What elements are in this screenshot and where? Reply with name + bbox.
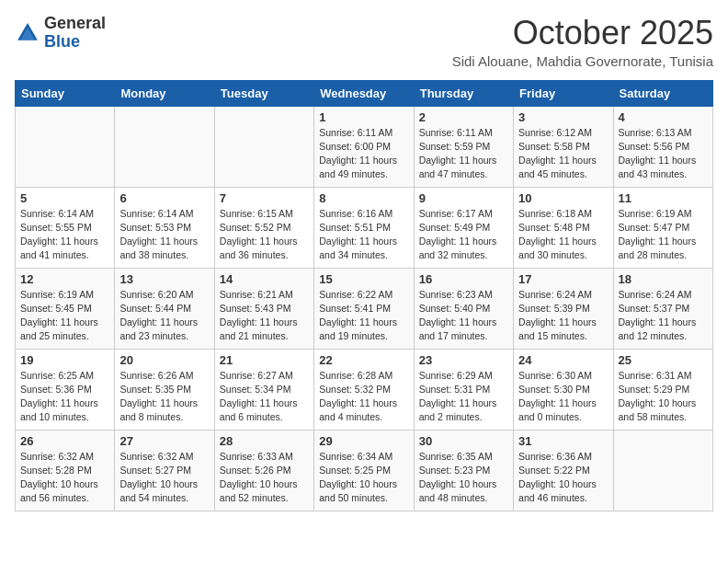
day-info: Sunrise: 6:24 AMSunset: 5:39 PMDaylight:… (518, 288, 608, 344)
calendar-header: Sunday Monday Tuesday Wednesday Thursday… (16, 80, 713, 106)
calendar-cell: 6Sunrise: 6:14 AMSunset: 5:53 PMDaylight… (115, 187, 214, 268)
day-number: 17 (518, 272, 608, 286)
day-info: Sunrise: 6:25 AMSunset: 5:36 PMDaylight:… (20, 369, 109, 425)
day-number: 2 (419, 110, 508, 124)
calendar-week-2: 5Sunrise: 6:14 AMSunset: 5:55 PMDaylight… (16, 187, 713, 268)
calendar-cell: 13Sunrise: 6:20 AMSunset: 5:44 PMDayligh… (115, 268, 214, 349)
header-sunday: Sunday (16, 80, 115, 106)
header-friday: Friday (514, 80, 613, 106)
calendar-cell: 30Sunrise: 6:35 AMSunset: 5:23 PMDayligh… (414, 430, 513, 511)
calendar-cell: 14Sunrise: 6:21 AMSunset: 5:43 PMDayligh… (214, 268, 313, 349)
day-number: 24 (518, 353, 608, 367)
calendar-cell: 21Sunrise: 6:27 AMSunset: 5:34 PMDayligh… (214, 349, 313, 430)
day-info: Sunrise: 6:15 AMSunset: 5:52 PMDaylight:… (220, 207, 309, 263)
calendar-table: Sunday Monday Tuesday Wednesday Thursday… (15, 80, 713, 511)
calendar-cell: 1Sunrise: 6:11 AMSunset: 6:00 PMDaylight… (314, 106, 414, 187)
day-info: Sunrise: 6:14 AMSunset: 5:55 PMDaylight:… (20, 207, 109, 263)
day-number: 5 (20, 191, 109, 205)
calendar-cell: 25Sunrise: 6:31 AMSunset: 5:29 PMDayligh… (613, 349, 712, 430)
logo-blue: Blue (44, 33, 106, 52)
calendar-cell: 20Sunrise: 6:26 AMSunset: 5:35 PMDayligh… (115, 349, 214, 430)
day-info: Sunrise: 6:30 AMSunset: 5:30 PMDaylight:… (518, 369, 608, 425)
calendar-cell: 28Sunrise: 6:33 AMSunset: 5:26 PMDayligh… (214, 430, 313, 511)
calendar-cell: 9Sunrise: 6:17 AMSunset: 5:49 PMDaylight… (414, 187, 513, 268)
day-number: 18 (619, 272, 708, 286)
day-number: 27 (119, 434, 209, 448)
day-number: 7 (220, 191, 309, 205)
day-number: 13 (119, 272, 209, 286)
calendar-cell: 5Sunrise: 6:14 AMSunset: 5:55 PMDaylight… (16, 187, 115, 268)
day-number: 8 (319, 191, 408, 205)
title-block: October 2025 Sidi Alouane, Mahdia Govern… (452, 15, 713, 69)
calendar-week-5: 26Sunrise: 6:32 AMSunset: 5:28 PMDayligh… (16, 430, 713, 511)
day-number: 19 (20, 353, 109, 367)
calendar-cell: 18Sunrise: 6:24 AMSunset: 5:37 PMDayligh… (613, 268, 712, 349)
calendar-week-3: 12Sunrise: 6:19 AMSunset: 5:45 PMDayligh… (16, 268, 713, 349)
calendar-cell: 2Sunrise: 6:11 AMSunset: 5:59 PMDaylight… (414, 106, 513, 187)
day-number: 25 (619, 353, 708, 367)
day-info: Sunrise: 6:27 AMSunset: 5:34 PMDaylight:… (220, 369, 309, 425)
logo-icon (15, 20, 40, 46)
day-info: Sunrise: 6:17 AMSunset: 5:49 PMDaylight:… (419, 207, 508, 263)
day-number: 1 (319, 110, 408, 124)
calendar-cell: 11Sunrise: 6:19 AMSunset: 5:47 PMDayligh… (613, 187, 712, 268)
day-number: 28 (220, 434, 309, 448)
day-number: 14 (220, 272, 309, 286)
day-number: 12 (20, 272, 109, 286)
day-info: Sunrise: 6:11 AMSunset: 6:00 PMDaylight:… (319, 126, 408, 182)
day-info: Sunrise: 6:34 AMSunset: 5:25 PMDaylight:… (319, 450, 408, 506)
header-tuesday: Tuesday (214, 80, 313, 106)
day-info: Sunrise: 6:23 AMSunset: 5:40 PMDaylight:… (419, 288, 508, 344)
logo-general: General (44, 15, 106, 33)
day-number: 30 (419, 434, 508, 448)
calendar-cell: 26Sunrise: 6:32 AMSunset: 5:28 PMDayligh… (16, 430, 115, 511)
day-number: 16 (419, 272, 508, 286)
day-info: Sunrise: 6:24 AMSunset: 5:37 PMDaylight:… (619, 288, 708, 344)
day-number: 3 (518, 110, 608, 124)
day-info: Sunrise: 6:18 AMSunset: 5:48 PMDaylight:… (518, 207, 608, 263)
calendar-cell: 27Sunrise: 6:32 AMSunset: 5:27 PMDayligh… (115, 430, 214, 511)
day-info: Sunrise: 6:26 AMSunset: 5:35 PMDaylight:… (119, 369, 209, 425)
day-info: Sunrise: 6:20 AMSunset: 5:44 PMDaylight:… (119, 288, 209, 344)
day-number: 31 (518, 434, 608, 448)
header-row: Sunday Monday Tuesday Wednesday Thursday… (16, 80, 713, 106)
header-monday: Monday (115, 80, 214, 106)
day-number: 29 (319, 434, 408, 448)
calendar-cell: 24Sunrise: 6:30 AMSunset: 5:30 PMDayligh… (514, 349, 613, 430)
calendar-title: October 2025 (452, 15, 713, 52)
day-info: Sunrise: 6:29 AMSunset: 5:31 PMDaylight:… (419, 369, 508, 425)
day-info: Sunrise: 6:21 AMSunset: 5:43 PMDaylight:… (220, 288, 309, 344)
day-info: Sunrise: 6:32 AMSunset: 5:28 PMDaylight:… (20, 450, 109, 506)
calendar-cell: 31Sunrise: 6:36 AMSunset: 5:22 PMDayligh… (514, 430, 613, 511)
calendar-cell: 16Sunrise: 6:23 AMSunset: 5:40 PMDayligh… (414, 268, 513, 349)
calendar-cell: 22Sunrise: 6:28 AMSunset: 5:32 PMDayligh… (314, 349, 414, 430)
calendar-cell: 23Sunrise: 6:29 AMSunset: 5:31 PMDayligh… (414, 349, 513, 430)
day-info: Sunrise: 6:13 AMSunset: 5:56 PMDaylight:… (619, 126, 708, 182)
day-info: Sunrise: 6:35 AMSunset: 5:23 PMDaylight:… (419, 450, 508, 506)
logo: General Blue (15, 15, 106, 52)
calendar-cell: 10Sunrise: 6:18 AMSunset: 5:48 PMDayligh… (514, 187, 613, 268)
header-wednesday: Wednesday (314, 80, 414, 106)
calendar-cell: 19Sunrise: 6:25 AMSunset: 5:36 PMDayligh… (16, 349, 115, 430)
day-number: 23 (419, 353, 508, 367)
calendar-cell: 12Sunrise: 6:19 AMSunset: 5:45 PMDayligh… (16, 268, 115, 349)
calendar-cell: 4Sunrise: 6:13 AMSunset: 5:56 PMDaylight… (613, 106, 712, 187)
calendar-cell (16, 106, 115, 187)
day-number: 22 (319, 353, 408, 367)
calendar-cell: 15Sunrise: 6:22 AMSunset: 5:41 PMDayligh… (314, 268, 414, 349)
day-info: Sunrise: 6:36 AMSunset: 5:22 PMDaylight:… (518, 450, 608, 506)
calendar-subtitle: Sidi Alouane, Mahdia Governorate, Tunisi… (452, 53, 713, 69)
day-number: 6 (119, 191, 209, 205)
calendar-week-1: 1Sunrise: 6:11 AMSunset: 6:00 PMDaylight… (16, 106, 713, 187)
day-info: Sunrise: 6:14 AMSunset: 5:53 PMDaylight:… (119, 207, 209, 263)
day-info: Sunrise: 6:31 AMSunset: 5:29 PMDaylight:… (619, 369, 708, 425)
day-number: 9 (419, 191, 508, 205)
day-number: 21 (220, 353, 309, 367)
calendar-cell: 7Sunrise: 6:15 AMSunset: 5:52 PMDaylight… (214, 187, 313, 268)
calendar-cell (214, 106, 313, 187)
calendar-cell: 8Sunrise: 6:16 AMSunset: 5:51 PMDaylight… (314, 187, 414, 268)
header-saturday: Saturday (613, 80, 712, 106)
day-number: 20 (119, 353, 209, 367)
day-number: 10 (518, 191, 608, 205)
calendar-cell: 29Sunrise: 6:34 AMSunset: 5:25 PMDayligh… (314, 430, 414, 511)
